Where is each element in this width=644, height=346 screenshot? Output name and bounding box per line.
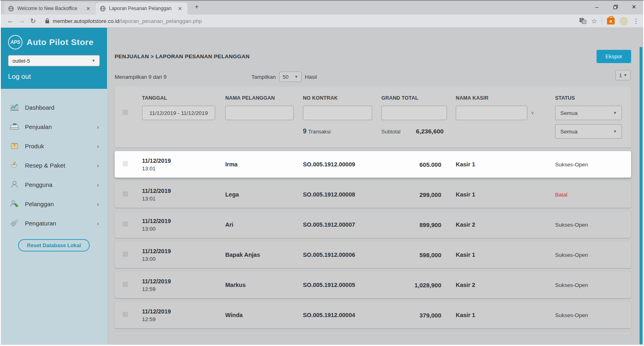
transaction-count-number: 9 <box>303 128 307 135</box>
transaction-count: 9Transaksi <box>303 128 381 135</box>
restore-button[interactable] <box>606 1 625 13</box>
tab-close-icon[interactable]: ✕ <box>177 6 183 12</box>
product-box-icon <box>10 141 19 151</box>
sidebar-item-label: Resep & Paket <box>25 162 91 169</box>
row-checkbox[interactable] <box>123 282 128 287</box>
aps-logo: APS <box>8 35 23 49</box>
page-number-select[interactable]: 1 ▼ <box>615 70 631 80</box>
lock-icon <box>45 18 49 24</box>
back-icon[interactable]: ← <box>5 17 16 25</box>
forward-icon[interactable]: → <box>16 17 27 25</box>
profile-avatar[interactable] <box>619 17 628 25</box>
order-time: 13:01 <box>142 166 225 172</box>
status-badge: Batal <box>555 192 631 198</box>
sidebar-item-pengguna[interactable]: Pengguna › <box>1 175 107 194</box>
sidebar-item-resep-paket[interactable]: Resep & Paket › <box>1 156 107 175</box>
order-time: 12:59 <box>142 316 225 322</box>
cell-cashier: Kasir 1 <box>456 312 555 318</box>
sidebar-item-label: Pelanggan <box>25 201 91 207</box>
translate-icon[interactable]: G 文 <box>579 18 586 24</box>
grand-total-filter-input[interactable] <box>381 106 447 120</box>
cell-customer: Winda <box>225 312 303 318</box>
address-bar[interactable]: member.autopilotstore.co.id/laporan_pesa… <box>41 16 575 26</box>
status-filter-select-2[interactable]: Semua ▼ <box>555 124 622 139</box>
chevron-right-icon: › <box>97 143 99 149</box>
row-checkbox[interactable] <box>123 221 128 227</box>
cell-grand-total: 379,000 <box>381 312 456 319</box>
sidebar-item-label: Penjualan <box>25 123 91 130</box>
cashier-filter-input[interactable] <box>456 106 527 120</box>
status-badge: Sukses-Open <box>555 222 631 228</box>
table-row[interactable]: 11/12/2019 12:59 Markus SO.005.1912.0000… <box>115 272 631 298</box>
tab-close-icon[interactable]: ✕ <box>85 6 92 12</box>
export-button[interactable]: Ekspor <box>597 50 631 63</box>
table-row-partial <box>115 332 631 335</box>
tab-welcome-backoffice[interactable]: Welcome to New Backoffice ✕ <box>4 2 96 14</box>
cell-date: 11/12/2019 13:00 <box>142 248 225 262</box>
outlet-select[interactable]: outlet-5 ▼ <box>8 55 100 66</box>
close-window-button[interactable]: × <box>625 1 643 13</box>
caret-down-icon: ▼ <box>294 75 298 79</box>
sidebar-item-pelanggan[interactable]: Pelanggan › <box>1 194 107 213</box>
status-filter-select[interactable]: Semua ▼ <box>555 106 622 120</box>
cell-date: 11/12/2019 13:00 <box>142 218 225 232</box>
row-checkbox[interactable] <box>123 252 128 257</box>
column-header-grand-total: GRAND TOTAL <box>381 92 456 106</box>
cell-contract: SO.005.1912.00004 <box>303 312 381 318</box>
cell-date: 11/12/2019 13:01 <box>142 158 225 172</box>
cell-grand-total: 598,000 <box>381 252 456 258</box>
cell-grand-total: 605.000 <box>381 161 456 168</box>
customer-filter-input[interactable] <box>225 106 294 120</box>
restore-icon <box>613 5 618 9</box>
order-date: 11/12/2019 <box>142 218 225 224</box>
sidebar-item-produk[interactable]: Produk › <box>1 136 107 156</box>
row-checkbox[interactable] <box>123 191 128 197</box>
customer-icon <box>10 199 19 209</box>
order-time: 12:59 <box>142 286 225 292</box>
row-checkbox[interactable] <box>123 161 128 166</box>
reset-database-button[interactable]: Reset Database Lokal <box>18 239 90 252</box>
reload-icon[interactable]: ↻ <box>27 17 39 25</box>
sidebar-item-dashboard[interactable]: Dashboard › <box>1 98 107 117</box>
cell-grand-total: 899,900 <box>381 221 456 228</box>
minimize-button[interactable]: – <box>588 1 606 13</box>
sidebar: APS Auto Pilot Store outlet-5 ▼ Log out <box>1 28 107 345</box>
cell-cashier: Kasir 1 <box>456 191 555 198</box>
globe-icon <box>8 6 14 12</box>
logout-link[interactable]: Log out <box>8 73 100 81</box>
table-row[interactable]: 11/12/2019 13:00 Ari SO.005.1912.00007 8… <box>115 211 631 238</box>
select-all-checkbox[interactable] <box>123 110 128 115</box>
column-header-nama-pelanggan: NAMA PELANGGAN <box>225 92 303 106</box>
page-size-select[interactable]: 50 ▼ <box>279 72 302 82</box>
column-header-nama-kasir: NAMA KASIR <box>456 92 555 106</box>
order-time: 13:00 <box>142 256 225 262</box>
table-row[interactable]: 11/12/2019 13:01 Irma SO.005.1912.00009 … <box>115 151 631 178</box>
order-date: 11/12/2019 <box>142 248 225 254</box>
status-filter-value: Semua <box>560 110 578 116</box>
row-checkbox[interactable] <box>123 312 128 317</box>
order-date: 11/12/2019 <box>142 158 225 164</box>
cell-contract: SO.005.1912.00007 <box>303 221 381 228</box>
sidebar-item-label: Produk <box>25 143 91 149</box>
vertical-scrollbar[interactable] <box>640 47 642 344</box>
sidebar-item-penjualan[interactable]: Penjualan › <box>1 117 107 136</box>
table-row[interactable]: 11/12/2019 12:59 Winda SO.005.1912.00004… <box>115 302 631 328</box>
url-path: /laporan_pesanan_pelanggan.php <box>119 18 202 24</box>
breadcrumb: PENJUALAN > LAPORAN PESANAN PELANGGAN <box>115 53 250 59</box>
new-tab-button[interactable]: + <box>191 2 202 12</box>
bookmark-star-icon[interactable]: ☆ <box>591 17 597 25</box>
sidebar-item-pengaturan[interactable]: Pengaturan › <box>1 213 107 233</box>
table-row[interactable]: 11/12/2019 13:01 Lega SO.005.1912.00008 … <box>115 181 631 208</box>
table-row[interactable]: 11/12/2019 13:00 Bapak Anjas SO.005.1912… <box>115 242 631 268</box>
toolbar-right: G 文 ☆ a ⋮ <box>579 17 639 25</box>
chrome-menu-icon[interactable]: ⋮ <box>633 17 639 25</box>
order-date: 11/12/2019 <box>142 308 225 315</box>
cashier-dropdown-button[interactable]: ˅ <box>527 106 538 120</box>
extension-icon[interactable]: a <box>607 18 615 25</box>
date-range-input[interactable] <box>142 106 215 120</box>
cell-customer: Lega <box>225 191 303 198</box>
subtotal-value: 6,236,600 <box>416 128 444 135</box>
sidebar-item-label: Pengguna <box>25 181 91 188</box>
tab-laporan-pesanan[interactable]: Laporan Pesanan Pelanggan ✕ <box>96 2 187 14</box>
contract-filter-input[interactable] <box>303 106 372 120</box>
